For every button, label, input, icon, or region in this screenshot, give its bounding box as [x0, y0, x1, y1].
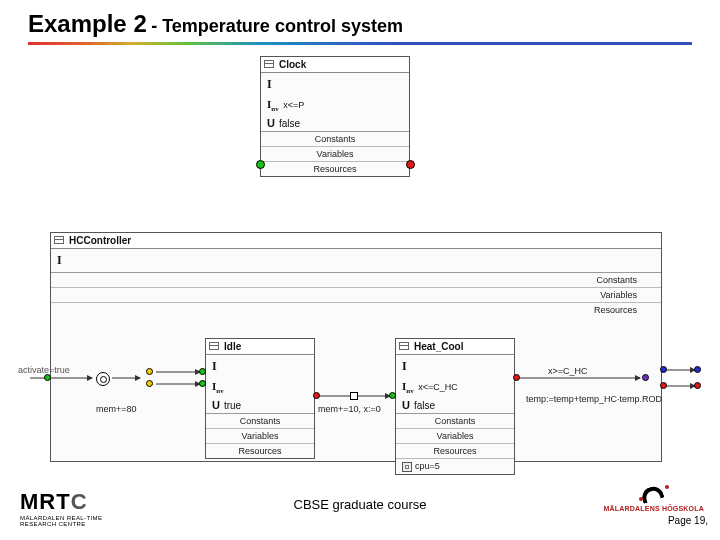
- ext-out-bot: [694, 382, 701, 389]
- logo-mdh: MÄLARDALENS HÖGSKOLA: [604, 483, 704, 512]
- component-title: Clock: [279, 59, 306, 70]
- heat-invariant: Inv x<=C_HC: [396, 378, 514, 397]
- component-idle: Idle I Inv Utrue Constants Variables Res…: [205, 338, 315, 459]
- port-idle-in-bot: [199, 380, 206, 387]
- title-underline: [28, 42, 692, 45]
- clock-I: I: [261, 73, 409, 96]
- port-heat-in: [389, 392, 396, 399]
- port-hc-out-top: [660, 366, 667, 373]
- section-variables: Variables: [396, 428, 514, 443]
- heat-cpu: cpu=5: [396, 458, 514, 474]
- heat-I: I: [396, 355, 514, 378]
- label-tempcalc: temp:=temp+temp_HC·temp.ROD: [526, 394, 662, 404]
- clock-U: Ufalse: [261, 115, 409, 131]
- port-idle-in-top: [199, 368, 206, 375]
- mdh-mark-icon: [641, 483, 667, 505]
- window-icon: [54, 236, 64, 244]
- section-variables: Variables: [206, 428, 314, 443]
- port-clock-right: [406, 160, 415, 169]
- section-variables: Variables: [51, 287, 661, 302]
- component-heat-cool: Heat_Cool I Inv x<=C_HC Ufalse Constants…: [395, 338, 515, 475]
- logo-mrtc-line2: RESEARCH CENTRE: [20, 521, 102, 528]
- port-hc-entry: [44, 374, 51, 381]
- page-number: Page 19,: [668, 515, 708, 526]
- window-icon: [264, 60, 274, 68]
- component-header: HCController: [51, 233, 661, 249]
- junction-idle-heat: [350, 392, 358, 400]
- component-title: Heat_Cool: [414, 341, 463, 352]
- port-heat-out: [513, 374, 520, 381]
- section-variables: Variables: [261, 146, 409, 161]
- port-clock-left: [256, 160, 265, 169]
- port-idle-out: [313, 392, 320, 399]
- component-clock: Clock I Inv x<=P Ufalse Constants Variab…: [260, 56, 410, 177]
- component-hccontroller: HCController I Constants Variables Resou…: [50, 232, 662, 462]
- window-icon: [209, 342, 219, 350]
- section-constants: Constants: [396, 414, 514, 428]
- section-constants: Constants: [261, 132, 409, 146]
- section-resources: Resources: [261, 161, 409, 176]
- section-constants: Constants: [51, 273, 661, 287]
- component-header: Clock: [261, 57, 409, 73]
- title-sub: - Temperature control system: [151, 16, 403, 36]
- component-title: HCController: [69, 235, 131, 246]
- idle-invariant: Inv: [206, 378, 314, 397]
- component-title: Idle: [224, 341, 241, 352]
- cpu-icon: [402, 462, 412, 472]
- component-header: Heat_Cool: [396, 339, 514, 355]
- label-mem80: mem+=80: [96, 404, 137, 414]
- node-pre-idle-top: [146, 368, 153, 375]
- title-main: Example 2: [28, 10, 147, 37]
- clock-invariant: Inv x<=P: [261, 96, 409, 115]
- slide-title: Example 2 - Temperature control system: [28, 10, 403, 38]
- port-hc-out-bot: [660, 382, 667, 389]
- node-initial-inner: [100, 376, 107, 383]
- section-resources: Resources: [51, 302, 661, 317]
- logo-mrtc-line1: MÄLARDALEN REAL-TIME: [20, 515, 102, 522]
- window-icon: [399, 342, 409, 350]
- label-activate: activate=true: [18, 365, 70, 375]
- section-resources: Resources: [206, 443, 314, 458]
- logo-mrtc: MRTC MÄLARDALEN REAL-TIME RESEARCH CENTR…: [20, 489, 102, 528]
- ext-out-top: [694, 366, 701, 373]
- hc-I: I: [51, 249, 661, 272]
- node-exit: [642, 374, 649, 381]
- section-constants: Constants: [206, 414, 314, 428]
- logo-mdh-text: MÄLARDALENS HÖGSKOLA: [604, 505, 704, 512]
- idle-U: Utrue: [206, 397, 314, 413]
- idle-I: I: [206, 355, 314, 378]
- node-pre-idle-bot: [146, 380, 153, 387]
- label-xge: x>=C_HC: [548, 366, 588, 376]
- section-resources: Resources: [396, 443, 514, 458]
- component-header: Idle: [206, 339, 314, 355]
- heat-U: Ufalse: [396, 397, 514, 413]
- label-mem10: mem+=10, x:=0: [318, 404, 381, 414]
